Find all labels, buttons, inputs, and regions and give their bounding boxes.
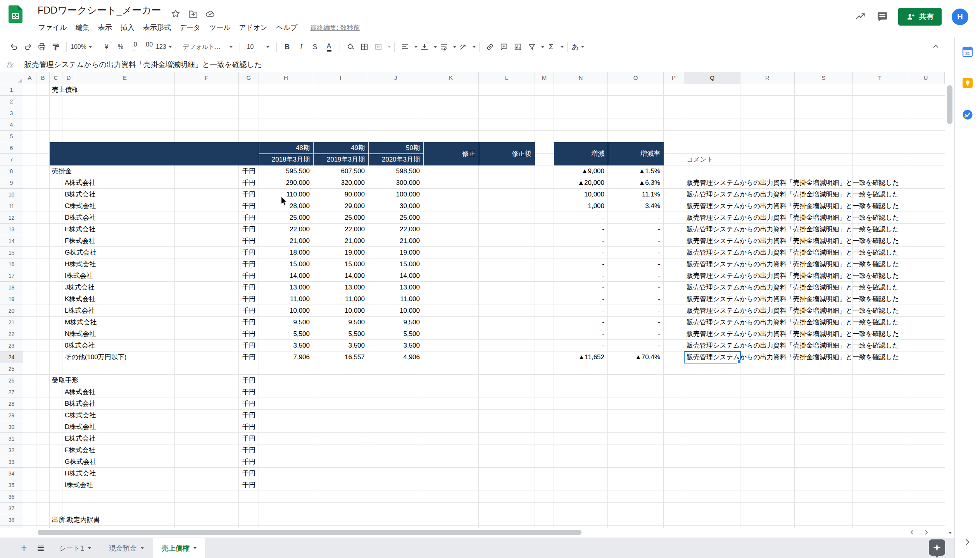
grid-cell-G12[interactable]: 千円 xyxy=(239,212,255,224)
column-header-A[interactable]: A xyxy=(23,72,36,84)
text-wrap-button[interactable] xyxy=(437,40,450,53)
grid-cell-I8[interactable]: 607,500 xyxy=(314,165,365,177)
grid-cell-H23[interactable]: 3,500 xyxy=(259,340,310,351)
sheets-logo-icon[interactable] xyxy=(9,5,22,23)
row-header-33[interactable]: 33 xyxy=(0,456,23,468)
grid-body[interactable]: 売上債権コメント売掛金千円595,500607,500598,500▲9,000… xyxy=(23,84,945,537)
tasks-icon[interactable] xyxy=(962,109,973,120)
row-header-26[interactable]: 26 xyxy=(0,375,23,386)
insert-chart-button[interactable] xyxy=(511,40,525,53)
grid-cell-J14[interactable]: 21,000 xyxy=(369,235,420,247)
grid-cell-Q7[interactable]: コメント xyxy=(687,154,714,165)
grid-cell-C38[interactable]: 出所:勘定内訳書 xyxy=(52,514,100,526)
formula-bar-value[interactable]: 販売管理システムからの出力資料「売掛金増減明細」と一致を確認した xyxy=(24,60,262,70)
insert-link-button[interactable] xyxy=(483,40,497,53)
grid-cell-D22[interactable]: N株式会社 xyxy=(65,328,96,340)
grid-cell-J20[interactable]: 10,000 xyxy=(369,305,420,317)
row-header-24[interactable]: 24 xyxy=(0,351,23,363)
grid-cell-D21[interactable]: M株式会社 xyxy=(65,317,97,328)
row-header-7[interactable]: 7 xyxy=(0,154,23,165)
text-wrap-dropdown[interactable] xyxy=(453,46,456,48)
add-sheet-button[interactable]: + xyxy=(16,538,32,558)
grid-cell-Q9[interactable]: 販売管理システムからの出力資料「売掛金増減明細」と一致を確認した xyxy=(687,177,899,189)
horizontal-scrollbar[interactable] xyxy=(0,528,945,537)
grid-cell-O13[interactable]: - xyxy=(608,224,660,235)
grid-cell-H18[interactable]: 13,000 xyxy=(259,282,310,293)
grid-cell-D18[interactable]: J株式会社 xyxy=(65,282,95,293)
grid-cell-D12[interactable]: D株式会社 xyxy=(65,212,96,224)
column-header-L[interactable]: L xyxy=(479,72,535,84)
grid-cell-J16[interactable]: 15,000 xyxy=(369,258,420,270)
text-rotation-dropdown[interactable] xyxy=(473,46,476,48)
column-header-I[interactable]: I xyxy=(313,72,368,84)
merge-cells-button[interactable] xyxy=(372,40,385,53)
fill-handle[interactable] xyxy=(737,360,741,363)
collapse-side-panel-icon[interactable] xyxy=(963,537,972,547)
comment-history-icon[interactable] xyxy=(876,11,888,22)
vertical-align-button[interactable] xyxy=(418,40,431,53)
grid-cell-D24[interactable]: その他(100万円以下) xyxy=(65,351,126,363)
column-header-J[interactable]: J xyxy=(368,72,423,84)
grid-cell-N15[interactable]: - xyxy=(554,247,604,258)
sheet-tab-receivables-active[interactable]: 売上債権 xyxy=(153,538,205,558)
hide-menus-button[interactable] xyxy=(929,40,942,53)
grid-cell-O17[interactable]: - xyxy=(608,270,660,282)
grid-cell-N20[interactable]: - xyxy=(554,305,604,317)
grid-cell-G10[interactable]: 千円 xyxy=(239,189,255,200)
vertical-align-dropdown[interactable] xyxy=(434,46,437,48)
row-header-34[interactable]: 34 xyxy=(0,468,23,479)
input-method-button[interactable]: あ xyxy=(571,40,585,53)
grid-cell-H21[interactable]: 9,500 xyxy=(259,317,310,328)
grid-cell-O16[interactable]: - xyxy=(608,258,660,270)
move-to-folder-icon[interactable] xyxy=(188,9,198,19)
vertical-scrollbar-thumb[interactable] xyxy=(947,85,952,124)
grid-cell-G9[interactable]: 千円 xyxy=(239,177,255,189)
row-header-2[interactable]: 2 xyxy=(0,96,23,107)
explore-button[interactable] xyxy=(929,539,945,556)
row-header-37[interactable]: 37 xyxy=(0,503,23,514)
grid-cell-D34[interactable]: H株式会社 xyxy=(65,468,96,479)
insights-icon[interactable] xyxy=(855,11,866,22)
column-header-M[interactable]: M xyxy=(535,72,554,84)
row-header-8[interactable]: 8 xyxy=(0,165,23,177)
last-edit-link[interactable]: 最終編集: 数秒前 xyxy=(310,23,360,32)
grid-cell-I23[interactable]: 3,500 xyxy=(314,340,365,351)
grid-cell-G14[interactable]: 千円 xyxy=(239,235,255,247)
column-header-B[interactable]: B xyxy=(36,72,50,84)
grid-cell-H6[interactable]: 48期 xyxy=(259,142,310,154)
print-button[interactable] xyxy=(35,40,48,53)
grid-cell-D31[interactable]: E株式会社 xyxy=(65,433,95,444)
grid-cell-G26[interactable]: 千円 xyxy=(239,375,255,386)
column-header-E[interactable]: E xyxy=(75,72,175,84)
grid-cell-I11[interactable]: 29,000 xyxy=(314,200,365,212)
grid-cell-J21[interactable]: 9,500 xyxy=(369,317,420,328)
grid-cell-Q20[interactable]: 販売管理システムからの出力資料「売掛金増減明細」と一致を確認した xyxy=(687,305,899,317)
grid-cell-H22[interactable]: 5,500 xyxy=(259,328,310,340)
grid-cell-G30[interactable]: 千円 xyxy=(239,421,255,433)
grid-cell-N14[interactable]: - xyxy=(554,235,604,247)
row-header-32[interactable]: 32 xyxy=(0,444,23,456)
calendar-icon[interactable]: 31 xyxy=(962,46,973,57)
grid-cell-J19[interactable]: 11,000 xyxy=(369,293,420,305)
grid-cell-G32[interactable]: 千円 xyxy=(239,444,255,456)
grid-cell-O20[interactable]: - xyxy=(608,305,660,317)
grid-cell-J22[interactable]: 5,500 xyxy=(369,328,420,340)
grid-cell-G27[interactable]: 千円 xyxy=(239,386,255,398)
all-sheets-button[interactable] xyxy=(32,538,50,558)
redo-button[interactable] xyxy=(21,40,35,53)
row-header-16[interactable]: 16 xyxy=(0,258,23,270)
font-size-select[interactable]: 10 xyxy=(244,40,273,53)
grid-cell-N12[interactable]: - xyxy=(554,212,604,224)
grid-cell-G23[interactable]: 千円 xyxy=(239,340,255,351)
star-icon[interactable] xyxy=(171,9,181,19)
grid-cell-Q17[interactable]: 販売管理システムからの出力資料「売掛金増減明細」と一致を確認した xyxy=(687,270,899,282)
grid-cell-N13[interactable]: - xyxy=(554,224,604,235)
tab-menu-dropdown[interactable] xyxy=(141,547,144,549)
grid-cell-O12[interactable]: - xyxy=(608,212,660,224)
share-button[interactable]: 共有 xyxy=(898,8,942,26)
grid-cell-D19[interactable]: K株式会社 xyxy=(65,293,95,305)
row-header-17[interactable]: 17 xyxy=(0,270,23,282)
grid-cell-D29[interactable]: C株式会社 xyxy=(65,410,96,421)
grid-cell-H17[interactable]: 14,000 xyxy=(259,270,310,282)
grid-cell-N21[interactable]: - xyxy=(554,317,604,328)
